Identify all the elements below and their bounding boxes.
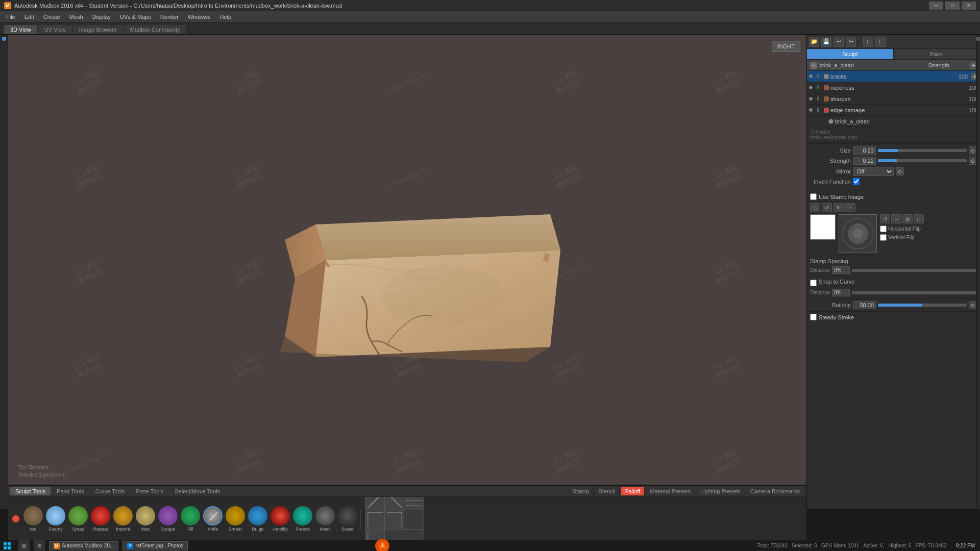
tool-smear-icon[interactable] <box>226 506 245 525</box>
menu-mesh[interactable]: Mesh <box>65 13 87 21</box>
tab-sculpt-tools[interactable]: Sculpt Tools <box>10 487 51 495</box>
layer-item-base[interactable]: brick_a_clean <box>807 116 980 127</box>
light-button[interactable]: RIGHT <box>772 41 800 52</box>
tool-fill-icon[interactable] <box>181 506 200 525</box>
menu-help[interactable]: Help <box>216 13 236 21</box>
layer-vis-rockiness[interactable] <box>809 86 813 89</box>
sub-tab-material-presets[interactable]: Material Presets <box>646 487 695 495</box>
stencil-cell-8[interactable] <box>404 529 424 541</box>
tool-ten-icon[interactable] <box>23 506 43 525</box>
tool-spray[interactable]: Spray <box>67 506 89 532</box>
horiz-flip-check[interactable] <box>880 226 887 232</box>
taskbar-mudbox[interactable]: M Autodesk Mudbox 20... <box>49 541 118 550</box>
tab-pose-tools[interactable]: Pose Tools <box>131 487 169 495</box>
tool-spray-icon[interactable] <box>68 506 88 525</box>
minimize-button[interactable]: ─ <box>929 2 943 10</box>
tool-knife-icon[interactable] <box>203 506 223 525</box>
stamp-rotate-btn[interactable]: ↺ <box>880 214 890 223</box>
rp-icon-folder[interactable]: 📁 <box>809 37 819 47</box>
buildup-input[interactable] <box>853 301 876 309</box>
tool-foamy-icon[interactable] <box>46 506 65 525</box>
snap-checkbox[interactable] <box>810 280 817 286</box>
tool-fill[interactable]: Fill <box>180 506 201 532</box>
layer-item-sharpen[interactable]: 6 sharpen 100 <box>807 93 980 105</box>
menu-file[interactable]: File <box>2 13 19 21</box>
layer-vis-cracks[interactable] <box>809 74 813 78</box>
tool-scrape[interactable]: Scrape <box>157 506 179 532</box>
tab-image-browser[interactable]: Image Browser <box>73 25 123 34</box>
stencil-cell-5[interactable] <box>404 510 424 530</box>
tool-freeze[interactable]: Freeze <box>292 506 313 532</box>
tool-bulge[interactable]: Bulge <box>247 506 268 532</box>
viewport[interactable]: 人人素材素材社区 人人素材素材社区 www.rrcg.cn 人人素材素材社区 人… <box>8 35 806 509</box>
size-input[interactable] <box>853 146 876 155</box>
tools-record-button[interactable] <box>12 515 19 522</box>
right-scrollbar-thumb[interactable] <box>976 37 980 41</box>
tool-mask-icon[interactable] <box>315 506 335 525</box>
tab-select-move-tools[interactable]: Select/Move Tools <box>169 487 225 495</box>
task-view-button[interactable]: ⊞ <box>34 540 45 552</box>
maximize-button[interactable]: □ <box>945 2 960 10</box>
stamp-tb-btn-4[interactable]: + <box>845 203 855 212</box>
tab-paint-tools[interactable]: Paint Tools <box>52 487 89 495</box>
tab-curve-tools[interactable]: Curve Tools <box>90 487 130 495</box>
sculpt-tab[interactable]: Sculpt <box>807 49 894 59</box>
stencil-cell-3[interactable] <box>365 510 385 530</box>
tool-erase[interactable]: Erase <box>337 506 358 532</box>
stencil-cell-1[interactable] <box>384 497 405 511</box>
stamp-tb-btn-1[interactable]: ⬡ <box>810 203 820 212</box>
tab-uv-view[interactable]: UV View <box>38 25 72 34</box>
tool-repeat-icon[interactable] <box>91 506 110 525</box>
vert-flip-check[interactable] <box>880 234 887 241</box>
menu-edit[interactable]: Edit <box>20 13 38 21</box>
stamp-delete-btn[interactable]: □ <box>914 214 924 223</box>
search-button[interactable]: ⊕ <box>18 540 30 552</box>
mirror-select[interactable]: Off X Y Z <box>853 167 894 176</box>
invert-checkbox[interactable] <box>853 178 860 185</box>
tool-mask[interactable]: Mask <box>314 506 336 532</box>
taskbar-photos[interactable]: P refSheet.jpg - Photos <box>122 541 188 550</box>
stamp-flip-h-btn[interactable]: ↔ <box>891 214 901 223</box>
sub-tab-lighting-presets[interactable]: Lighting Presets <box>696 487 745 495</box>
rp-icon-l2[interactable]: L <box>875 37 886 47</box>
paint-tab[interactable]: Paint <box>894 49 981 59</box>
stencil-cell-2[interactable] <box>404 497 424 511</box>
windows-start-button[interactable] <box>0 540 14 552</box>
tool-wax[interactable]: Wax <box>135 506 156 532</box>
tab-3d-view[interactable]: 3D View <box>4 25 37 34</box>
mirror-icon-btn[interactable]: ⊙ <box>896 167 904 176</box>
stencil-cell-0[interactable] <box>365 497 385 511</box>
tool-scrape-icon[interactable] <box>158 506 178 525</box>
layer-vis-sharpen[interactable] <box>809 97 813 101</box>
strength-slider[interactable] <box>878 159 967 162</box>
spacing-slider[interactable] <box>852 269 977 272</box>
rp-icon-save[interactable]: 💾 <box>821 37 831 47</box>
stamp-white-preview[interactable] <box>810 214 836 240</box>
close-button[interactable]: ✕ <box>962 2 976 10</box>
right-scrollbar[interactable] <box>976 35 980 509</box>
tool-imprint-icon[interactable] <box>113 506 133 525</box>
spacing-distance-input[interactable] <box>832 266 850 274</box>
tool-imprint[interactable]: Imprint <box>112 506 134 532</box>
layer-item-edge-damage[interactable]: 6 edge damage 100 <box>807 105 980 116</box>
snap-distance-input[interactable] <box>832 289 850 296</box>
rp-icon-undo[interactable]: ↩ <box>834 37 844 47</box>
rp-icon-redo[interactable]: ↪ <box>846 37 856 47</box>
sub-tab-falloff[interactable]: Falloff <box>621 487 645 495</box>
tool-foamy[interactable]: Foamy <box>45 506 66 532</box>
tool-amplify-icon[interactable] <box>271 506 290 525</box>
buildup-slider[interactable] <box>878 304 967 307</box>
rp-icon-l1[interactable]: L <box>863 37 873 47</box>
tab-mudbox-community[interactable]: Mudbox Community <box>124 25 186 34</box>
strength-input[interactable] <box>853 157 876 165</box>
tool-ten[interactable]: ten <box>22 506 44 532</box>
menu-windows[interactable]: Windows <box>184 13 215 21</box>
tool-amplify[interactable]: Amplify <box>270 506 291 532</box>
stamp-image-preview[interactable] <box>839 214 877 253</box>
size-slider[interactable] <box>878 149 967 152</box>
window-controls[interactable]: ─ □ ✕ <box>929 2 976 10</box>
sub-tab-stamp[interactable]: Stamp <box>569 487 594 495</box>
stamp-checkbox[interactable] <box>810 193 817 200</box>
stencil-cell-7[interactable] <box>384 529 405 541</box>
stencil-cell-4[interactable] <box>384 510 405 530</box>
